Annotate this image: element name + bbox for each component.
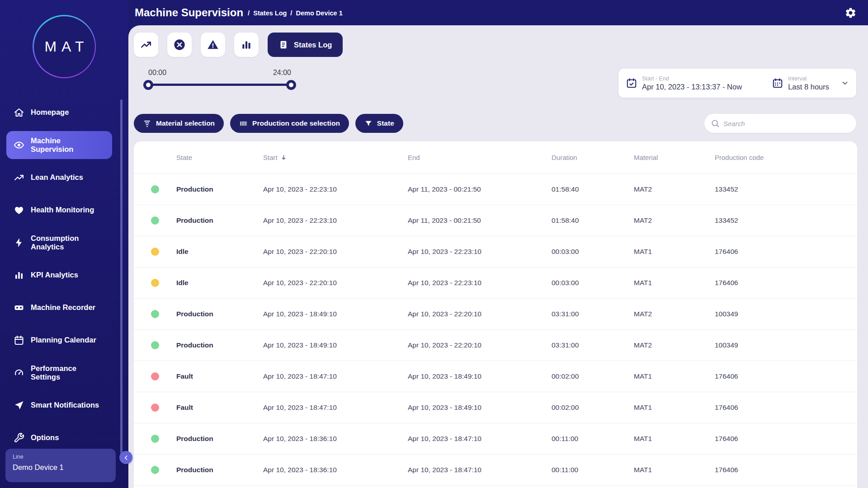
cell-production-code: 100349: [715, 341, 857, 349]
sidebar-item-kpi-analytics[interactable]: KPI Analytics: [6, 261, 112, 289]
header-end[interactable]: End: [408, 154, 552, 161]
chevron-down-icon: [841, 79, 849, 87]
table-row[interactable]: Production Apr 10, 2023 - 18:36:10 Apr 1…: [134, 423, 857, 455]
table-row[interactable]: Idle Apr 10, 2023 - 22:20:10 Apr 10, 202…: [134, 236, 857, 267]
warning-triangle-icon: [207, 38, 219, 51]
x-circle-icon: [173, 38, 186, 51]
sidebar-item-planning-calendar[interactable]: Planning Calendar: [6, 326, 112, 354]
sidebar-item-machine-supervision[interactable]: Machine Supervision: [6, 131, 112, 159]
cell-status: [134, 404, 176, 412]
document-icon: [278, 40, 288, 50]
cell-state: Production: [176, 185, 263, 193]
cell-duration: 00:03:00: [552, 248, 634, 256]
status-dot: [151, 279, 159, 287]
slider-handle-start[interactable]: [143, 80, 153, 90]
tab-faults[interactable]: [167, 33, 192, 57]
start-end-picker[interactable]: Start - End Apr 10, 2023 - 13:13:37 - No…: [626, 75, 742, 91]
status-dot: [151, 466, 159, 474]
status-dot: [151, 341, 159, 349]
cell-end: Apr 10, 2023 - 22:20:10: [408, 341, 552, 349]
state-filter-button[interactable]: State: [355, 114, 403, 133]
sidebar-menu: Homepage Machine Supervision Lean Analyt…: [0, 99, 128, 456]
cell-end: Apr 10, 2023 - 18:49:10: [408, 372, 552, 380]
search-icon: [711, 119, 720, 128]
cell-material: MAT1: [634, 372, 715, 380]
sidebar-item-health-monitoring[interactable]: Health Monitoring: [6, 196, 112, 224]
tab-bar-analytics[interactable]: [234, 33, 259, 57]
sidebar-item-performance-settings[interactable]: Performance Settings: [6, 359, 112, 387]
cell-state: Production: [176, 466, 263, 474]
calendar-icon: [14, 335, 24, 346]
table-row[interactable]: Fault Apr 10, 2023 - 18:47:10 Apr 10, 20…: [134, 392, 857, 423]
sidebar-item-machine-recorder[interactable]: Machine Recorder: [6, 294, 112, 322]
header-duration[interactable]: Duration: [552, 154, 634, 161]
breadcrumb-demo-device[interactable]: Demo Device 1: [296, 9, 343, 17]
slider-track[interactable]: [148, 84, 291, 86]
tab-states-log[interactable]: States Log: [268, 33, 343, 57]
cell-status: [134, 435, 176, 443]
header-start-label: Start: [263, 154, 278, 161]
device-card[interactable]: Line Demo Device 1: [5, 449, 116, 482]
tab-warnings[interactable]: [201, 33, 225, 57]
production-code-selection-label: Production code selection: [252, 119, 340, 127]
cell-state: Idle: [176, 248, 263, 256]
status-dot: [151, 185, 159, 193]
status-dot: [151, 248, 159, 256]
cell-status: [134, 310, 176, 318]
search-input[interactable]: [723, 120, 850, 127]
cell-start: Apr 10, 2023 - 18:36:10: [263, 466, 408, 474]
cell-production-code: 176406: [715, 466, 857, 474]
cell-start: Apr 10, 2023 - 22:20:10: [263, 248, 408, 256]
table-row[interactable]: Production Apr 10, 2023 - 18:49:10 Apr 1…: [134, 330, 857, 361]
production-code-selection-button[interactable]: Production code selection: [230, 114, 349, 133]
header-start[interactable]: Start: [263, 154, 408, 161]
bar-chart-icon: [241, 39, 252, 51]
cell-start: Apr 10, 2023 - 18:36:10: [263, 435, 408, 443]
cell-start: Apr 10, 2023 - 18:47:10: [263, 372, 408, 380]
cell-duration: 03:31:00: [552, 310, 634, 318]
interval-dropdown[interactable]: Interval Last 8 hours: [772, 75, 849, 91]
sidebar: MAT Homepage Machine Supervision Lea: [0, 0, 128, 488]
topbar: Machine Supervision / States Log / Demo …: [128, 0, 868, 25]
sidebar-item-options[interactable]: Options: [6, 424, 112, 452]
recorder-icon: [14, 302, 24, 313]
sidebar-collapse-button[interactable]: [119, 451, 132, 464]
table-row[interactable]: Production Apr 10, 2023 - 18:49:10 Apr 1…: [134, 299, 857, 330]
device-name: Demo Device 1: [13, 463, 108, 472]
sidebar-item-lean-analytics[interactable]: Lean Analytics: [6, 164, 112, 192]
header-material[interactable]: Material: [634, 154, 715, 161]
sidebar-item-label: Health Monitoring: [31, 206, 94, 214]
date-range-card: Start - End Apr 10, 2023 - 13:13:37 - No…: [618, 69, 856, 98]
state-filter-label: State: [377, 119, 394, 127]
sidebar-item-consumption-analytics[interactable]: Consumption Analytics: [6, 229, 112, 257]
header-state[interactable]: State: [176, 154, 263, 161]
cell-production-code: 176406: [715, 404, 857, 412]
cell-state: Production: [176, 341, 263, 349]
cell-end: Apr 11, 2023 - 00:21:50: [408, 216, 552, 225]
cell-production-code: 133452: [715, 185, 857, 193]
table-row[interactable]: Production Apr 10, 2023 - 22:23:10 Apr 1…: [134, 205, 857, 236]
table-row[interactable]: Production Apr 10, 2023 - 22:23:10 Apr 1…: [134, 174, 857, 205]
status-dot: [151, 435, 159, 443]
breadcrumb-states-log[interactable]: States Log: [253, 9, 287, 17]
material-selection-button[interactable]: Material selection: [134, 114, 224, 133]
cell-start: Apr 10, 2023 - 18:49:10: [263, 341, 408, 349]
status-dot: [151, 216, 159, 225]
sidebar-scrollbar[interactable]: [120, 99, 123, 455]
tab-trend-chart[interactable]: [134, 33, 158, 57]
table-row[interactable]: Production Apr 10, 2023 - 18:36:10 Apr 1…: [134, 455, 857, 486]
header-production-code[interactable]: Production code: [715, 154, 857, 161]
settings-gear-icon[interactable]: [844, 6, 857, 19]
cell-end: Apr 10, 2023 - 22:20:10: [408, 310, 552, 318]
table-row[interactable]: Idle Apr 10, 2023 - 22:20:10 Apr 10, 202…: [134, 267, 857, 299]
sidebar-item-homepage[interactable]: Homepage: [6, 99, 112, 127]
app-root: MAT Homepage Machine Supervision Lea: [0, 0, 868, 488]
cell-status: [134, 372, 176, 380]
table-row[interactable]: Fault Apr 10, 2023 - 18:47:10 Apr 10, 20…: [134, 361, 857, 392]
sidebar-item-smart-notifications[interactable]: Smart Notifications: [6, 391, 112, 419]
slider-handle-end[interactable]: [286, 80, 296, 90]
home-icon: [14, 107, 24, 118]
brand-logo-text: MAT: [39, 38, 89, 55]
cell-start: Apr 10, 2023 - 18:47:10: [263, 404, 408, 412]
cell-state: Fault: [176, 404, 263, 412]
